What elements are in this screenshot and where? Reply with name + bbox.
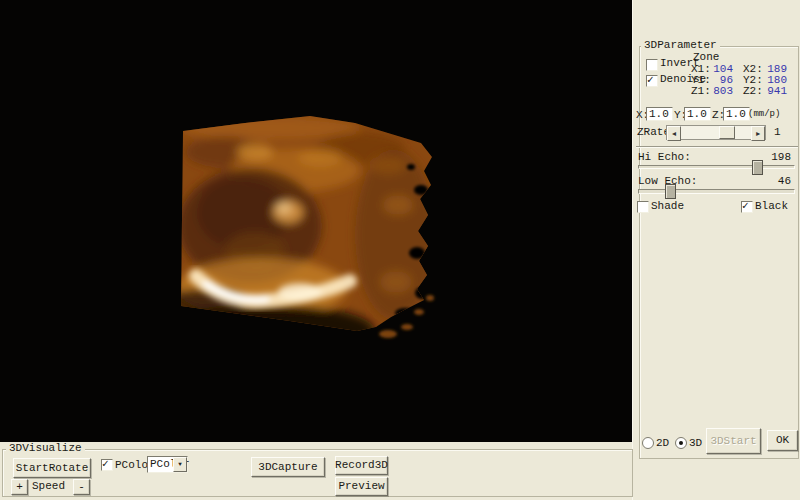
invert-checkbox[interactable] (646, 59, 658, 71)
shade-label: Shade (651, 201, 684, 212)
preview-button[interactable]: Preview (335, 477, 388, 496)
zrate-right-arrow[interactable]: ► (751, 126, 765, 141)
black-label: Black (755, 201, 788, 212)
mode-3d-label: 3D (689, 438, 702, 449)
zrate-scrollbar[interactable]: ◄ ► (666, 125, 766, 140)
visualize-panel: 3DVisualize StartRotate + Speed - PColor… (0, 442, 632, 500)
y-scale-input[interactable] (684, 107, 711, 121)
capture3d-button[interactable]: 3DCapture (251, 457, 325, 477)
zrate-left-arrow[interactable]: ◄ (667, 126, 681, 141)
zone-z1-value: 803 (705, 86, 733, 97)
separator (636, 146, 798, 148)
low-echo-value: 46 (763, 176, 791, 187)
ultrasound-render (0, 0, 632, 442)
denoise-checkbox[interactable] (646, 75, 658, 87)
mode-2d-radio[interactable] (642, 437, 654, 449)
zrate-value: 1 (774, 127, 781, 138)
render-viewport[interactable] (0, 0, 632, 442)
zrate-thumb[interactable] (719, 126, 735, 139)
app-window: 3DParameter Invert Denoise Zone X1: 104 … (0, 0, 800, 500)
zone-z2-value: 941 (757, 86, 787, 97)
shade-checkbox[interactable] (637, 201, 649, 213)
black-checkbox[interactable] (741, 201, 753, 213)
hi-echo-slider[interactable] (638, 165, 795, 169)
parameter-group-title: 3DParameter (641, 40, 720, 51)
pcolor-checkbox[interactable] (101, 459, 113, 471)
scale-unit-label: (mm/p) (748, 109, 780, 120)
x-scale-input[interactable] (646, 107, 673, 121)
visualize-group-title: 3DVisualize (6, 443, 85, 454)
start-rotate-button[interactable]: StartRotate (13, 458, 91, 478)
speed-plus-button[interactable]: + (11, 479, 28, 495)
parameter-panel: 3DParameter Invert Denoise Zone X1: 104 … (632, 0, 800, 500)
mode-3d-radio[interactable] (675, 437, 687, 449)
hi-echo-thumb[interactable] (752, 160, 763, 175)
low-echo-slider[interactable] (638, 189, 795, 194)
zone-title: Zone (693, 52, 719, 63)
ok-button[interactable]: OK (767, 430, 798, 451)
record3d-button[interactable]: Record3D (335, 456, 388, 475)
z-scale-input[interactable] (723, 107, 750, 121)
low-echo-thumb[interactable] (665, 184, 676, 199)
hi-echo-label: Hi Echo: (638, 152, 691, 163)
speed-label: Speed (32, 481, 65, 492)
pcolor-dropdown[interactable]: PColor ▼ (147, 456, 188, 473)
speed-minus-button[interactable]: - (73, 479, 90, 495)
hi-echo-value: 198 (763, 152, 791, 163)
mode-2d-label: 2D (656, 438, 669, 449)
start3d-button[interactable]: 3DStart (706, 428, 761, 454)
chevron-down-icon[interactable]: ▼ (173, 457, 187, 472)
